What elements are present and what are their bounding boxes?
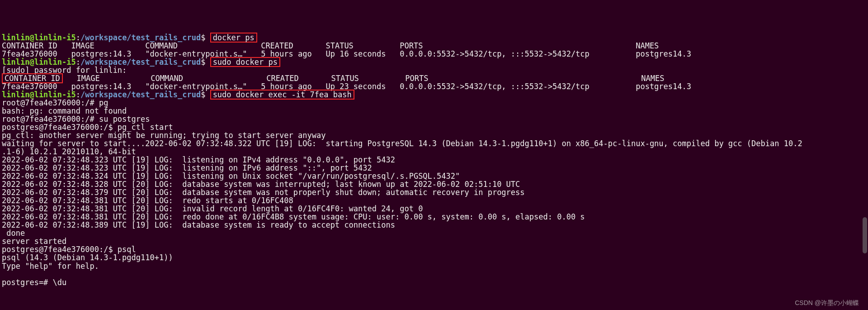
log-line: postgres@7fea4e376000:/$ pg_ctl start	[2, 123, 173, 132]
prompt-path: /workspace/test_rails_crud	[80, 90, 201, 99]
prompt-path: /workspace/test_rails_crud	[80, 33, 201, 42]
log-line: 2022-06-02 07:32:48.381 UTC [20] LOG: re…	[2, 212, 585, 221]
watermark: CSDN @许墨の小蝴蝶	[795, 300, 859, 306]
log-line: 2022-06-02 07:32:48.389 UTC [19] LOG: da…	[2, 220, 395, 229]
prompt-dollar: $	[201, 57, 205, 67]
scrollbar-thumb[interactable]	[863, 217, 867, 253]
docker-ps-header: CONTAINER ID IMAGE COMMAND CREATED STATU…	[2, 41, 659, 50]
prompt-user: linlin@linlin-i5	[2, 57, 76, 67]
log-line: postgres@7fea4e376000:/$ psql	[2, 245, 136, 254]
log-line: root@7fea4e376000:/# su postgres	[2, 114, 150, 124]
docker-ps-header-rest: IMAGE COMMAND CREATED STATUS PORTS NAMES	[63, 74, 665, 83]
log-line: postgres=# \du	[2, 278, 66, 287]
terminal[interactable]: linlin@linlin-i5:/workspace/test_rails_c…	[0, 33, 868, 286]
log-line: 2022-06-02 07:32:48.323 UTC [19] LOG: li…	[2, 155, 395, 164]
log-line: 2022-06-02 07:32:48.328 UTC [20] LOG: da…	[2, 180, 520, 189]
log-line: psql (14.3 (Debian 14.3-1.pgdg110+1))	[2, 253, 173, 262]
prompt-dollar: $	[201, 33, 205, 42]
prompt-user: linlin@linlin-i5	[2, 90, 76, 99]
log-line: 2022-06-02 07:32:48.323 UTC [19] LOG: li…	[2, 163, 372, 172]
log-line: done	[2, 229, 25, 238]
prompt-path: /workspace/test_rails_crud	[80, 57, 201, 67]
log-line: Type "help" for help.	[2, 262, 99, 271]
log-line: 2022-06-02 07:32:48.381 UTC [20] LOG: re…	[2, 196, 293, 205]
prompt-colon: :	[76, 33, 80, 42]
log-line: pg_ctl: another server might be running;…	[2, 131, 326, 140]
log-line: 2022-06-02 07:32:48.324 UTC [19] LOG: li…	[2, 172, 460, 181]
highlight-cmd-sudo-docker-ps: sudo docker ps	[210, 57, 280, 67]
log-line: root@7fea4e376000:/# pg	[2, 98, 108, 107]
log-line: 2022-06-02 07:32:48.379 UTC [20] LOG: da…	[2, 188, 525, 197]
prompt-colon: :	[76, 90, 80, 99]
log-line: bash: pg: command not found	[2, 106, 127, 115]
highlight-cmd-docker-exec: sudo docker exec -it 7fea bash	[210, 90, 354, 100]
log-line: waiting for server to start....2022-06-0…	[2, 139, 802, 148]
log-line: server started	[2, 237, 66, 246]
prompt-colon: :	[76, 57, 80, 67]
prompt-dollar: $	[201, 90, 205, 99]
prompt-user: linlin@linlin-i5	[2, 33, 76, 42]
log-line: .1-6) 10.2.1 20210110, 64-bit	[2, 147, 136, 156]
log-line: 2022-06-02 07:32:48.381 UTC [20] LOG: in…	[2, 204, 423, 213]
